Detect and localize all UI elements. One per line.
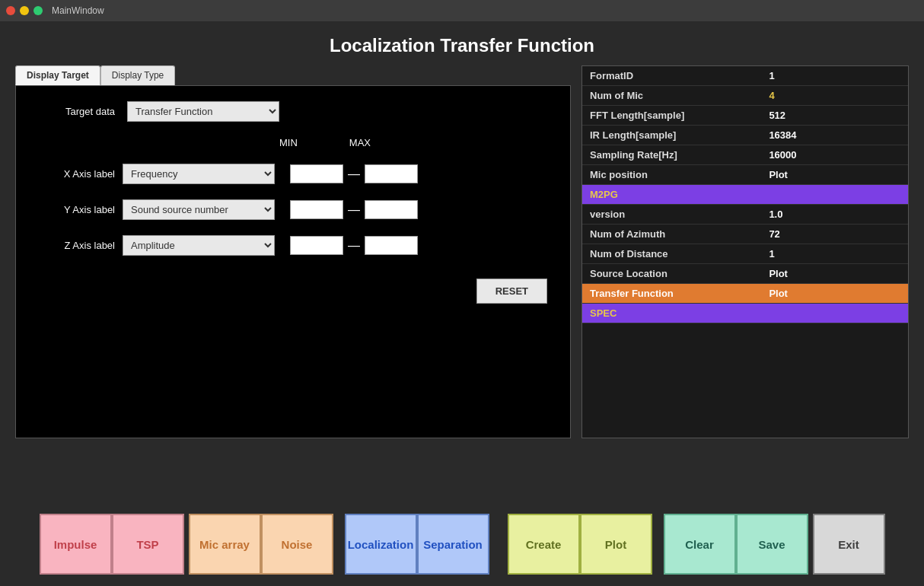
- min-max-header: MIN MAX: [279, 137, 547, 148]
- num-distance-value: 1: [761, 244, 908, 264]
- spec-header: SPEC: [582, 304, 908, 323]
- info-table: FormatID 1 Num of Mic 4 FFT Length[sampl…: [582, 66, 908, 323]
- y-max-input[interactable]: [365, 200, 418, 219]
- micarray-button[interactable]: Mic array: [189, 514, 261, 575]
- sampling-rate-row: Sampling Rate[Hz] 16000: [582, 145, 908, 165]
- num-mic-label: Num of Mic: [582, 86, 761, 106]
- format-id-label: FormatID: [582, 66, 761, 86]
- z-dash: —: [348, 239, 360, 253]
- x-axis-row: X Axis label Frequency Time Sample —: [39, 164, 547, 184]
- tsp-button[interactable]: TSP: [112, 514, 184, 575]
- num-azimuth-row: Num of Azimuth 72: [582, 225, 908, 244]
- version-label: version: [582, 205, 761, 225]
- tab-display-type[interactable]: Display Type: [100, 65, 175, 85]
- separation-button[interactable]: Separation: [417, 514, 489, 575]
- num-mic-row: Num of Mic 4: [582, 86, 908, 106]
- target-data-row: Target data Transfer Function Impulse Re…: [39, 101, 547, 122]
- z-min-input[interactable]: [290, 236, 343, 255]
- m2pg-header: M2PG: [582, 185, 908, 205]
- max-label: MAX: [349, 137, 371, 148]
- create-button[interactable]: Create: [508, 514, 580, 575]
- localization-separation-group: Localization Separation: [345, 514, 489, 575]
- target-data-label: Target data: [39, 106, 115, 117]
- plot-button[interactable]: Plot: [580, 514, 652, 575]
- bottom-bar: Impulse TSP Mic array Noise Localization…: [0, 502, 924, 586]
- sampling-rate-label: Sampling Rate[Hz]: [582, 145, 761, 165]
- version-value: 1.0: [761, 205, 908, 225]
- source-location-row: Source Location Plot: [582, 264, 908, 284]
- num-distance-label: Num of Distance: [582, 244, 761, 264]
- micarray-noise-group: Mic array Noise: [189, 514, 333, 575]
- tab-bar: Display Target Display Type: [15, 65, 571, 85]
- page-title: Localization Transfer Function: [0, 21, 924, 65]
- exit-group: Exit: [813, 514, 885, 575]
- x-axis-select[interactable]: Frequency Time Sample: [123, 164, 275, 184]
- m2pg-section-row: M2PG: [582, 185, 908, 205]
- y-axis-select[interactable]: Sound source number Mic number Azimuth: [123, 199, 275, 220]
- x-min-max-group: —: [290, 164, 418, 183]
- tab-display-target[interactable]: Display Target: [15, 65, 100, 85]
- y-axis-label: Y Axis label: [39, 204, 115, 215]
- y-min-max-group: —: [290, 200, 418, 219]
- source-location-value: Plot: [761, 264, 908, 284]
- noise-button[interactable]: Noise: [261, 514, 333, 575]
- fft-length-value: 512: [761, 106, 908, 126]
- ir-length-row: IR Length[sample] 16384: [582, 126, 908, 145]
- z-max-input[interactable]: [365, 236, 418, 255]
- version-row: version 1.0: [582, 205, 908, 225]
- source-location-label: Source Location: [582, 264, 761, 284]
- spec-section-row: SPEC: [582, 304, 908, 323]
- num-distance-row: Num of Distance 1: [582, 244, 908, 264]
- save-button[interactable]: Save: [736, 514, 808, 575]
- x-max-input[interactable]: [365, 164, 418, 183]
- z-axis-label: Z Axis label: [39, 240, 115, 251]
- fft-length-row: FFT Length[sample] 512: [582, 106, 908, 126]
- clear-save-group: Clear Save: [664, 514, 808, 575]
- reset-row: RESET: [39, 279, 547, 304]
- clear-button[interactable]: Clear: [664, 514, 736, 575]
- impulse-button[interactable]: Impulse: [40, 514, 112, 575]
- maximize-button[interactable]: [33, 6, 43, 15]
- impulse-tsp-group: Impulse TSP: [40, 514, 184, 575]
- z-axis-row: Z Axis label Amplitude Phase Real Imag —: [39, 235, 547, 256]
- left-panel: Display Target Display Type Target data …: [15, 65, 571, 438]
- window-title: MainWindow: [52, 5, 104, 16]
- create-plot-group: Create Plot: [508, 514, 652, 575]
- mic-position-label: Mic position: [582, 165, 761, 185]
- target-data-select[interactable]: Transfer Function Impulse Response Ampli…: [127, 101, 279, 122]
- num-azimuth-label: Num of Azimuth: [582, 225, 761, 244]
- format-id-value: 1: [761, 66, 908, 86]
- fft-length-label: FFT Length[sample]: [582, 106, 761, 126]
- close-button[interactable]: [6, 6, 15, 15]
- minimize-button[interactable]: [20, 6, 29, 15]
- ir-length-label: IR Length[sample]: [582, 126, 761, 145]
- y-axis-row: Y Axis label Sound source number Mic num…: [39, 199, 547, 220]
- info-scroll[interactable]: FormatID 1 Num of Mic 4 FFT Length[sampl…: [582, 66, 908, 438]
- content-area: Display Target Display Type Target data …: [0, 65, 924, 438]
- localization-button[interactable]: Localization: [345, 514, 417, 575]
- num-azimuth-value: 72: [761, 225, 908, 244]
- exit-button[interactable]: Exit: [813, 514, 885, 575]
- transfer-function-plot-value: Plot: [761, 284, 908, 304]
- x-axis-label: X Axis label: [39, 168, 115, 180]
- y-min-input[interactable]: [290, 200, 343, 219]
- min-label: MIN: [279, 137, 298, 148]
- y-dash: —: [348, 203, 360, 217]
- mic-position-value: Plot: [761, 165, 908, 185]
- z-axis-select[interactable]: Amplitude Phase Real Imag: [123, 235, 275, 256]
- sampling-rate-value: 16000: [761, 145, 908, 165]
- format-id-row: FormatID 1: [582, 66, 908, 86]
- x-min-input[interactable]: [290, 164, 343, 183]
- mic-position-row: Mic position Plot: [582, 165, 908, 185]
- form-panel: Target data Transfer Function Impulse Re…: [15, 85, 571, 438]
- reset-button[interactable]: RESET: [476, 279, 547, 304]
- num-mic-value: 4: [761, 86, 908, 106]
- ir-length-value: 16384: [761, 126, 908, 145]
- title-bar: MainWindow: [0, 0, 924, 21]
- z-min-max-group: —: [290, 236, 418, 255]
- x-dash: —: [348, 167, 360, 181]
- transfer-function-header: Transfer Function: [582, 284, 761, 304]
- transfer-function-section-row: Transfer Function Plot: [582, 284, 908, 304]
- right-panel: FormatID 1 Num of Mic 4 FFT Length[sampl…: [581, 65, 909, 438]
